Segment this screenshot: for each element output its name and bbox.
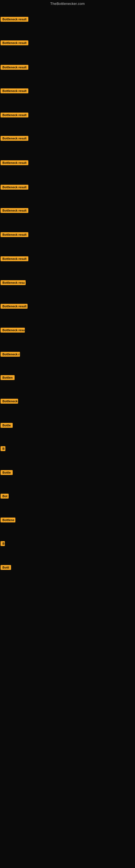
badge-label-21: Bot (1, 494, 9, 499)
bottleneck-badge-18: Bottle (1, 423, 13, 429)
site-title-container: TheBottlenecker.com (0, 0, 135, 7)
bottleneck-badge-1: Bottleneck result (1, 17, 28, 23)
bottleneck-badge-2: Bottleneck result (1, 40, 28, 46)
badge-label-16: Bottlen (1, 375, 14, 380)
bottleneck-badge-17: Bottleneck (1, 399, 18, 405)
badge-label-10: Bottleneck result (1, 232, 28, 237)
bottleneck-badge-12: Bottleneck resu (1, 280, 26, 286)
site-title: TheBottlenecker.com (0, 0, 135, 7)
badge-label-3: Bottleneck result (1, 65, 28, 70)
badge-label-12: Bottleneck resu (1, 280, 26, 285)
badge-label-6: Bottleneck result (1, 136, 28, 141)
badge-label-13: Bottleneck result (1, 304, 28, 309)
bottleneck-badge-6: Bottleneck result (1, 136, 28, 142)
badge-label-7: Bottleneck result (1, 160, 28, 165)
bottleneck-badge-10: Bottleneck result (1, 232, 28, 238)
bottleneck-badge-24: Bottl (1, 565, 11, 571)
badge-label-19: B (1, 446, 5, 451)
bottleneck-badge-3: Bottleneck result (1, 65, 28, 71)
badges-container: Bottleneck resultBottleneck resultBottle… (0, 7, 135, 867)
bottleneck-badge-23: B (1, 541, 5, 547)
badge-label-23: B (1, 541, 5, 546)
badge-label-5: Bottleneck result (1, 113, 28, 118)
bottleneck-badge-20: Bottle (1, 470, 13, 476)
badge-label-14: Bottleneck resu (1, 328, 25, 333)
bottleneck-badge-13: Bottleneck result (1, 304, 28, 310)
bottleneck-badge-19: B (1, 446, 5, 452)
badge-label-2: Bottleneck result (1, 40, 28, 45)
badge-label-18: Bottle (1, 423, 13, 428)
badge-label-22: Bottlene (1, 518, 15, 522)
bottleneck-badge-11: Bottleneck result (1, 256, 28, 262)
bottleneck-badge-5: Bottleneck result (1, 113, 28, 119)
badge-label-24: Bottl (1, 565, 11, 570)
bottleneck-badge-21: Bot (1, 494, 9, 500)
badge-label-8: Bottleneck result (1, 185, 28, 190)
badge-label-1: Bottleneck result (1, 17, 28, 22)
bottleneck-badge-8: Bottleneck result (1, 185, 28, 191)
bottleneck-badge-15: Bottleneck r (1, 352, 20, 358)
bottleneck-badge-4: Bottleneck result (1, 88, 28, 94)
badge-label-20: Bottle (1, 470, 13, 475)
bottleneck-badge-14: Bottleneck resu (1, 328, 25, 334)
badge-label-11: Bottleneck result (1, 256, 28, 261)
bottleneck-badge-7: Bottleneck result (1, 160, 28, 166)
bottleneck-badge-16: Bottlen (1, 375, 14, 381)
badge-label-4: Bottleneck result (1, 88, 28, 93)
badge-label-17: Bottleneck (1, 399, 18, 404)
bottleneck-badge-22: Bottlene (1, 518, 15, 524)
badge-label-15: Bottleneck r (1, 352, 20, 357)
bottleneck-badge-9: Bottleneck result (1, 208, 28, 214)
badge-label-9: Bottleneck result (1, 208, 28, 213)
